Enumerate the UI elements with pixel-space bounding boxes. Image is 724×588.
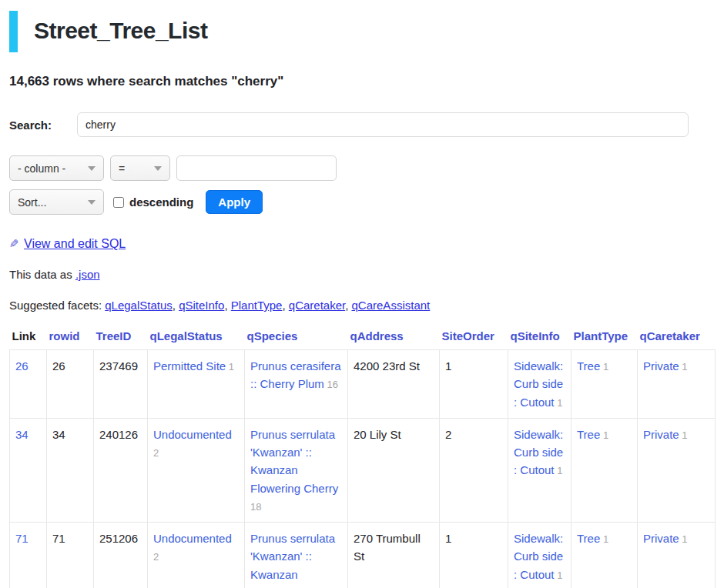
filter-column-select[interactable]: - column -	[9, 155, 104, 181]
cell-link-qLegalStatus[interactable]: Undocumented	[153, 532, 232, 545]
column-header-link-PlantType[interactable]: PlantType	[574, 329, 628, 342]
cell-qLegalStatus: Permitted Site 1	[148, 350, 245, 419]
page-title: Street_Tree_List	[9, 11, 715, 52]
table-row: 2626237469Permitted Site 1Prunus cerasif…	[10, 350, 716, 419]
facet-count-badge: 1	[679, 429, 688, 441]
cell-SiteOrder: 2	[440, 418, 508, 522]
column-header-TreeID[interactable]: TreeID	[94, 328, 148, 350]
cell-rowid: 34	[47, 418, 94, 522]
table-row: 3434240126Undocumented 2Prunus serrulata…	[10, 418, 716, 522]
results-table: LinkrowidTreeIDqLegalStatusqSpeciesqAddr…	[9, 328, 716, 588]
facet-count-badge: 2	[153, 447, 159, 459]
cell-qSpecies: Prunus serrulata 'Kwanzan' :: Kwanzan Fl…	[245, 418, 348, 522]
cell-link-PlantType[interactable]: Tree	[577, 532, 600, 545]
sort-select[interactable]: Sort...	[9, 189, 104, 215]
column-header-link-qAddress[interactable]: qAddress	[350, 329, 404, 342]
facet-link-qLegalStatus[interactable]: qLegalStatus	[105, 299, 173, 312]
filter-value-input[interactable]	[176, 155, 337, 181]
op-select-wrap: =	[110, 155, 170, 181]
column-header-link-qCaretaker[interactable]: qCaretaker	[640, 329, 700, 342]
cell-SiteOrder: 1	[440, 350, 508, 419]
cell-link-qCaretaker[interactable]: Private	[643, 428, 679, 441]
cell-link-Link[interactable]: 26	[15, 359, 28, 373]
column-header-link-qSiteInfo[interactable]: qSiteInfo	[511, 329, 560, 342]
search-label: Search:	[9, 119, 77, 132]
view-edit-sql-link[interactable]: View and edit SQL	[24, 237, 126, 250]
column-header-link-TreeID[interactable]: TreeID	[96, 329, 132, 342]
column-header-qLegalStatus[interactable]: qLegalStatus	[148, 328, 245, 350]
facet-links: qLegalStatus, qSiteInfo, PlantType, qCar…	[105, 299, 430, 312]
cell-qSpecies: Prunus cerasifera :: Cherry Plum 16	[245, 350, 348, 419]
column-header-rowid[interactable]: rowid	[47, 328, 94, 350]
column-header-PlantType[interactable]: PlantType	[571, 328, 638, 350]
cell-link-qCaretaker[interactable]: Private	[643, 532, 679, 545]
cell-rowid: 71	[47, 523, 94, 588]
facet-count-badge: 1	[600, 361, 608, 373]
cell-PlantType: Tree 1	[571, 418, 638, 522]
column-header-qSpecies[interactable]: qSpecies	[245, 328, 348, 350]
cell-link-PlantType[interactable]: Tree	[577, 359, 600, 373]
page: Street_Tree_List 14,663 rows where searc…	[0, 11, 724, 588]
column-header-link-qSpecies[interactable]: qSpecies	[247, 329, 298, 342]
facet-count-badge: 1	[679, 533, 688, 545]
column-header-qSiteInfo[interactable]: qSiteInfo	[508, 328, 571, 350]
data-as-row: This data as .json	[9, 268, 715, 281]
cell-qAddress: 270 Trumbull St	[348, 523, 440, 588]
apply-button[interactable]: Apply	[206, 190, 263, 214]
facet-count-badge: 1	[600, 533, 608, 545]
cell-link-PlantType[interactable]: Tree	[577, 428, 600, 441]
column-header-qCaretaker[interactable]: qCaretaker	[638, 328, 716, 350]
column-header-qAddress[interactable]: qAddress	[348, 328, 440, 350]
cell-qCaretaker: Private 1	[638, 418, 716, 522]
facet-link-PlantType[interactable]: PlantType	[231, 299, 283, 312]
sort-select-wrap: Sort...	[9, 189, 104, 215]
facet-link-qSiteInfo[interactable]: qSiteInfo	[179, 299, 224, 312]
descending-label: descending	[129, 195, 193, 209]
cell-qLegalStatus: Undocumented 2	[148, 523, 245, 588]
filter-op-select[interactable]: =	[110, 155, 170, 181]
cell-qAddress: 20 Lily St	[348, 418, 440, 522]
column-header-link-SiteOrder[interactable]: SiteOrder	[442, 329, 494, 342]
cell-qLegalStatus: Undocumented 2	[148, 418, 245, 522]
json-link[interactable]: .json	[75, 268, 100, 281]
column-header-link-qLegalStatus[interactable]: qLegalStatus	[150, 329, 223, 342]
cell-link-qSpecies[interactable]: Prunus serrulata 'Kwanzan' :: Kwanzan Fl…	[250, 428, 338, 495]
cell-TreeID: 237469	[94, 350, 148, 419]
cell-link-qCaretaker[interactable]: Private	[643, 359, 679, 373]
search-form: Search:	[9, 112, 715, 137]
cell-link-qLegalStatus[interactable]: Permitted Site	[153, 359, 226, 373]
table-body: 2626237469Permitted Site 1Prunus cerasif…	[10, 350, 716, 588]
cell-link-Link[interactable]: 34	[15, 428, 28, 441]
cell-Link: 26	[10, 350, 47, 419]
cell-rowid: 26	[47, 350, 94, 419]
facet-count-badge: 1	[555, 397, 563, 409]
cell-PlantType: Tree 1	[571, 523, 638, 588]
table-row: 7171251206Undocumented 2Prunus serrulata…	[10, 523, 716, 588]
facet-count-badge: 16	[324, 379, 338, 390]
cell-link-Link[interactable]: 71	[15, 532, 28, 545]
facet-link-qCareAssistant[interactable]: qCareAssistant	[352, 299, 431, 312]
row-count-summary: 14,663 rows where search matches "cherry…	[9, 74, 715, 89]
facet-count-badge: 1	[600, 429, 608, 441]
search-input[interactable]	[77, 112, 689, 137]
cell-qSpecies: Prunus serrulata 'Kwanzan' :: Kwanzan Fl…	[245, 523, 348, 588]
cell-qSiteInfo: Sidewalk: Curb side : Cutout 1	[508, 350, 571, 419]
facet-count-badge: 1	[555, 465, 563, 476]
sort-row: Sort... descending Apply	[9, 189, 715, 215]
descending-wrap: descending	[113, 195, 193, 209]
cell-link-qSpecies[interactable]: Prunus serrulata 'Kwanzan' :: Kwanzan Fl…	[250, 532, 338, 588]
cell-qSiteInfo: Sidewalk: Curb side : Cutout 1	[508, 418, 571, 522]
table-header-row: LinkrowidTreeIDqLegalStatusqSpeciesqAddr…	[10, 328, 716, 350]
sql-row: ✎ View and edit SQL	[9, 237, 715, 251]
facet-count-badge: 1	[555, 570, 563, 581]
descending-checkbox[interactable]	[113, 197, 124, 208]
column-header-SiteOrder[interactable]: SiteOrder	[440, 328, 508, 350]
cell-TreeID: 251206	[94, 523, 148, 588]
column-header-link-rowid[interactable]: rowid	[49, 329, 80, 342]
cell-Link: 71	[10, 523, 47, 588]
facet-count-badge: 2	[153, 551, 159, 563]
cell-qCaretaker: Private 1	[638, 523, 716, 588]
cell-TreeID: 240126	[94, 418, 148, 522]
cell-link-qLegalStatus[interactable]: Undocumented	[153, 428, 232, 441]
facet-link-qCaretaker[interactable]: qCaretaker	[289, 299, 345, 312]
